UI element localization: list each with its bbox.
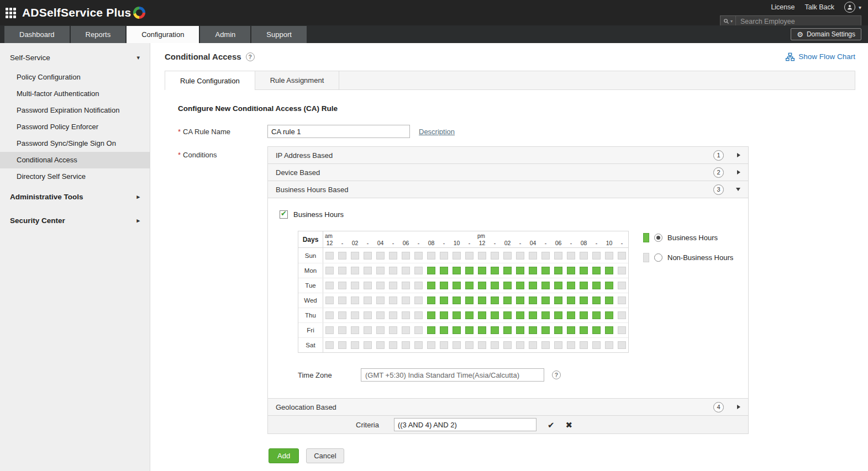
hour-cell[interactable] bbox=[414, 282, 423, 289]
hour-cell[interactable] bbox=[605, 311, 613, 319]
accordion-ip-address-based[interactable]: IP Address Based 1 bbox=[267, 146, 749, 164]
ca-rule-name-input[interactable] bbox=[267, 125, 410, 138]
hour-cell[interactable] bbox=[478, 311, 486, 319]
hour-cell[interactable] bbox=[541, 267, 550, 274]
hour-cell[interactable] bbox=[427, 297, 435, 304]
description-link[interactable]: Description bbox=[419, 128, 455, 136]
hour-cell[interactable] bbox=[351, 311, 359, 319]
hour-cell[interactable] bbox=[516, 297, 524, 304]
hour-cell[interactable] bbox=[605, 252, 613, 260]
hour-cell[interactable] bbox=[605, 297, 613, 304]
hour-cell[interactable] bbox=[376, 252, 385, 260]
sidebar-item-directory-self-service[interactable]: Directory Self Service bbox=[0, 168, 150, 185]
hour-cell[interactable] bbox=[325, 297, 334, 304]
hour-cell[interactable] bbox=[364, 326, 372, 334]
hour-cell[interactable] bbox=[592, 326, 601, 334]
tab-rule-configuration[interactable]: Rule Configuration bbox=[165, 71, 255, 90]
hour-cell[interactable] bbox=[351, 341, 359, 349]
hour-cell[interactable] bbox=[478, 267, 486, 274]
criteria-input[interactable] bbox=[394, 418, 536, 431]
search-input[interactable] bbox=[736, 18, 861, 25]
hour-cell[interactable] bbox=[541, 297, 550, 304]
sidebar-item-password-policy[interactable]: Password Policy Enforcer bbox=[0, 119, 150, 135]
hour-cell[interactable] bbox=[414, 252, 423, 260]
hour-cell[interactable] bbox=[580, 252, 588, 260]
hour-cell[interactable] bbox=[325, 267, 334, 274]
nav-tab-admin[interactable]: Admin bbox=[200, 26, 250, 43]
hour-cell[interactable] bbox=[516, 341, 524, 349]
hour-cell[interactable] bbox=[351, 252, 359, 260]
hour-cell[interactable] bbox=[414, 311, 423, 319]
hour-cell[interactable] bbox=[364, 267, 372, 274]
hour-cell[interactable] bbox=[516, 282, 524, 289]
hour-cell[interactable] bbox=[402, 326, 410, 334]
hour-cell[interactable] bbox=[529, 297, 537, 304]
user-menu-caret-icon[interactable]: ▾ bbox=[859, 4, 861, 10]
hour-cell[interactable] bbox=[503, 326, 512, 334]
hour-cell[interactable] bbox=[376, 311, 385, 319]
hour-cell[interactable] bbox=[554, 341, 562, 349]
hour-cell[interactable] bbox=[338, 282, 346, 289]
hour-cell[interactable] bbox=[541, 282, 550, 289]
hour-cell[interactable] bbox=[440, 326, 448, 334]
hour-cell[interactable] bbox=[364, 311, 372, 319]
hour-cell[interactable] bbox=[325, 311, 334, 319]
hour-cell[interactable] bbox=[567, 267, 575, 274]
domain-settings-button[interactable]: ⚙ Domain Settings bbox=[791, 28, 861, 40]
hour-cell[interactable] bbox=[618, 282, 626, 289]
hour-cell[interactable] bbox=[351, 267, 359, 274]
hour-cell[interactable] bbox=[325, 326, 334, 334]
hour-cell[interactable] bbox=[440, 282, 448, 289]
nav-tab-support[interactable]: Support bbox=[251, 26, 307, 43]
hour-cell[interactable] bbox=[402, 311, 410, 319]
hour-cell[interactable] bbox=[592, 311, 601, 319]
hour-cell[interactable] bbox=[567, 297, 575, 304]
hour-cell[interactable] bbox=[465, 341, 474, 349]
sidebar-section-self-service[interactable]: Self-Service ▾ bbox=[0, 43, 150, 69]
hour-cell[interactable] bbox=[325, 341, 334, 349]
timezone-help-icon[interactable]: ? bbox=[552, 371, 561, 379]
hour-cell[interactable] bbox=[465, 252, 474, 260]
hour-cell[interactable] bbox=[414, 326, 423, 334]
non-business-hours-radio[interactable] bbox=[654, 253, 662, 262]
hour-cell[interactable] bbox=[503, 341, 512, 349]
hour-cell[interactable] bbox=[516, 311, 524, 319]
sidebar-section-security-center[interactable]: Security Center ▸ bbox=[0, 209, 150, 232]
hour-cell[interactable] bbox=[478, 297, 486, 304]
hour-cell[interactable] bbox=[376, 341, 385, 349]
hour-cell[interactable] bbox=[427, 282, 435, 289]
hour-cell[interactable] bbox=[325, 252, 334, 260]
hour-cell[interactable] bbox=[516, 326, 524, 334]
hour-cell[interactable] bbox=[618, 297, 626, 304]
hour-cell[interactable] bbox=[453, 341, 461, 349]
hour-cell[interactable] bbox=[554, 282, 562, 289]
hour-cell[interactable] bbox=[491, 282, 499, 289]
hour-cell[interactable] bbox=[389, 297, 397, 304]
hour-cell[interactable] bbox=[414, 267, 423, 274]
hour-cell[interactable] bbox=[516, 267, 524, 274]
hour-cell[interactable] bbox=[491, 341, 499, 349]
hour-cell[interactable] bbox=[427, 326, 435, 334]
hour-cell[interactable] bbox=[567, 282, 575, 289]
hour-cell[interactable] bbox=[402, 297, 410, 304]
hour-cell[interactable] bbox=[478, 252, 486, 260]
hour-cell[interactable] bbox=[427, 341, 435, 349]
help-icon[interactable]: ? bbox=[246, 52, 255, 61]
hour-cell[interactable] bbox=[529, 282, 537, 289]
hour-cell[interactable] bbox=[364, 252, 372, 260]
hour-cell[interactable] bbox=[364, 282, 372, 289]
nav-tab-dashboard[interactable]: Dashboard bbox=[4, 26, 70, 43]
hour-cell[interactable] bbox=[605, 282, 613, 289]
hour-cell[interactable] bbox=[465, 326, 474, 334]
nav-tab-reports[interactable]: Reports bbox=[71, 26, 126, 43]
apps-grid-icon[interactable] bbox=[6, 8, 16, 18]
hour-cell[interactable] bbox=[491, 267, 499, 274]
hour-cell[interactable] bbox=[554, 252, 562, 260]
add-button[interactable]: Add bbox=[269, 448, 299, 463]
hour-cell[interactable] bbox=[440, 267, 448, 274]
hour-cell[interactable] bbox=[567, 341, 575, 349]
hour-cell[interactable] bbox=[491, 297, 499, 304]
hour-cell[interactable] bbox=[376, 326, 385, 334]
sidebar-item-conditional-access[interactable]: Conditional Access bbox=[0, 152, 150, 168]
criteria-clear-icon[interactable]: ✖ bbox=[565, 421, 572, 429]
